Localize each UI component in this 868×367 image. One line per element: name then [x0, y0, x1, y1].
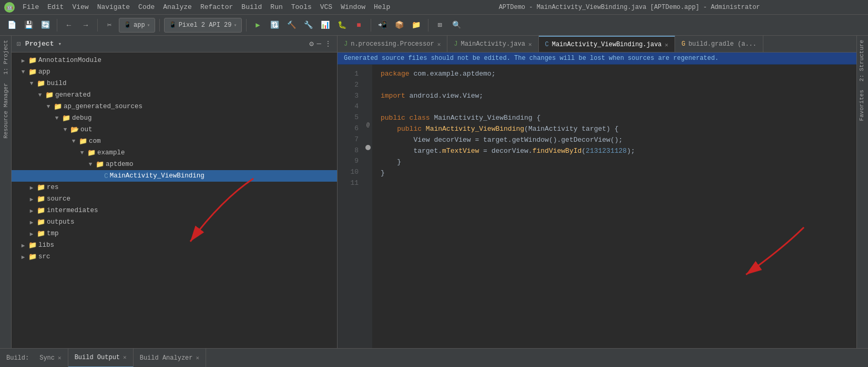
tree-item-libs[interactable]: ▶ 📁 libs [12, 239, 337, 251]
avd-btn[interactable]: 📲 [375, 18, 390, 33]
code-line-7: View decorView = target.getWindow().getD… [381, 135, 848, 146]
tree-item-example[interactable]: ▼ 📁 example [12, 147, 337, 159]
android-logo-icon: 🤖 [4, 2, 15, 13]
tree-item-source[interactable]: ▶ 📁 source [12, 193, 337, 205]
undo-btn[interactable]: ← [62, 18, 76, 33]
window-title: APTDemo - MainActivity_ViewBinding.java … [395, 4, 864, 11]
menu-item-vcs[interactable]: VCS [316, 2, 336, 12]
menu-item-navigate[interactable]: Navigate [94, 2, 134, 12]
tree-item-mainactivity-vb[interactable]: ▶ C MainActivity_ViewBinding [12, 170, 337, 182]
editor-tab-processor[interactable]: J n.processing.Processor ✕ [338, 36, 447, 53]
tree-item-intermediates[interactable]: ▶ 📁 intermediates [12, 205, 337, 216]
tree-item-out[interactable]: ▼ 📂 out [12, 124, 337, 135]
tree-arrow-source: ▶ [28, 196, 35, 203]
menu-item-tools[interactable]: Tools [288, 2, 315, 12]
tab-close-mainactivity[interactable]: ✕ [528, 41, 532, 48]
tab-close-processor[interactable]: ✕ [437, 41, 441, 48]
bottom-close-sync[interactable]: ✕ [58, 354, 62, 361]
line-num-1: 1 [338, 69, 359, 80]
build-btn[interactable]: 🔨 [284, 18, 299, 33]
cut-btn[interactable]: ✂ [102, 18, 117, 33]
coverage-btn[interactable]: 🐛 [335, 18, 350, 33]
tree-item-com[interactable]: ▼ 📁 com [12, 135, 337, 147]
save-btn[interactable]: 💾 [21, 18, 36, 33]
tree-label-generated: generated [55, 91, 91, 99]
menu-item-analyze[interactable]: Analyze [159, 2, 196, 12]
tree-item-app[interactable]: ▼ 📁 app [12, 66, 337, 78]
tab-label-mainactivity: MainActivity.java [461, 40, 525, 48]
tree-label-outputs: outputs [47, 218, 75, 226]
device-dropdown[interactable]: 📱 Pixel 2 API 29 ▾ [164, 18, 242, 33]
layout-btn[interactable]: ⊞ [433, 18, 447, 33]
redo-btn[interactable]: → [78, 18, 93, 33]
tree-item-aptdemo[interactable]: ▼ 📁 aptdemo [12, 159, 337, 170]
tools2-btn[interactable]: 🔧 [301, 18, 316, 33]
tree-item-src[interactable]: ▶ 📁 src [12, 251, 337, 263]
bottom-bar: Build: Sync ✕ Build Output ✕ Build Analy… [0, 348, 868, 367]
menu-item-view[interactable]: View [68, 2, 92, 12]
line-num-3: 3 [338, 91, 359, 102]
menu-item-build[interactable]: Build [238, 2, 265, 12]
project-panel-arrow[interactable]: ▾ [58, 40, 62, 47]
side-tab-resource[interactable]: Resource Manager [1, 79, 11, 143]
tree-item-outputs[interactable]: ▶ 📁 outputs [12, 216, 337, 228]
menu-item-window[interactable]: Window [337, 2, 369, 12]
editor-area: J n.processing.Processor ✕ J MainActivit… [338, 36, 856, 348]
bottom-tab-build-output[interactable]: Build Output ✕ [68, 349, 134, 368]
editor-tabs-bar: J n.processing.Processor ✕ J MainActivit… [338, 36, 856, 53]
tree-item-res[interactable]: ▶ 📁 res [12, 182, 337, 193]
tree-item-build[interactable]: ▼ 📁 build [12, 78, 337, 89]
tree-item-ap-generated[interactable]: ▼ 📁 ap_generated_sources [12, 101, 337, 112]
sync2-btn[interactable]: 🔃 [268, 18, 282, 33]
tree-folder-icon-tmp: 📁 [37, 229, 45, 238]
run-btn[interactable]: ▶ [251, 18, 265, 33]
code-gutter: @ [364, 65, 372, 348]
tree-item-annotation-module[interactable]: ▶ 📁 AnnotationModule [12, 55, 337, 66]
new-file-btn[interactable]: 📄 [4, 18, 19, 33]
bottom-close-build-output[interactable]: ✕ [123, 354, 127, 361]
app-module-icon: 📱 [124, 21, 131, 29]
tree-folder-icon-res: 📁 [37, 183, 45, 192]
code-line-9: } [381, 157, 848, 168]
tree-item-tmp[interactable]: ▶ 📁 tmp [12, 228, 337, 239]
bottom-tab-sync[interactable]: Sync ✕ [33, 349, 68, 368]
menu-item-help[interactable]: Help [370, 2, 394, 12]
sdk-btn[interactable]: 📦 [392, 18, 407, 33]
bottom-close-build-analyzer[interactable]: ✕ [196, 354, 200, 361]
device-icon: 📱 [169, 21, 177, 29]
tree-arrow-intermediates: ▶ [28, 207, 35, 214]
tree-item-generated[interactable]: ▼ 📁 generated [12, 89, 337, 101]
code-line-11 [381, 179, 848, 190]
code-content[interactable]: package com.example.aptdemo; import andr… [372, 65, 856, 348]
menu-item-file[interactable]: File [19, 2, 43, 12]
menu-item-run[interactable]: Run [267, 2, 286, 12]
menu-item-code[interactable]: Code [135, 2, 158, 12]
device-file-btn[interactable]: 📁 [409, 18, 424, 33]
tab-close-vb[interactable]: ✕ [665, 41, 669, 48]
panel-gear-icon[interactable]: ⋮ [324, 39, 332, 48]
bottom-tab-build-analyzer[interactable]: Build Analyzer ✕ [134, 349, 206, 368]
sync-btn[interactable]: 🔄 [38, 18, 53, 33]
toolbar-sep-3 [159, 19, 160, 32]
tree-item-debug[interactable]: ▼ 📁 debug [12, 112, 337, 124]
app-module-dropdown[interactable]: 📱 app ▾ [119, 18, 155, 33]
build-prefix-label: Build: [6, 354, 33, 362]
editor-tab-gradle[interactable]: G build.gradle (a... [675, 36, 763, 53]
menu-item-refactor[interactable]: Refactor [197, 2, 237, 12]
tree-label-source: source [47, 195, 70, 203]
side-tab-structure[interactable]: 2: Structure [857, 36, 868, 86]
tab-icon-mainactivity: J [454, 40, 457, 48]
profile-btn[interactable]: 📊 [318, 18, 333, 33]
search-btn[interactable]: 🔍 [450, 18, 464, 33]
side-tab-favorites[interactable]: Favorites [857, 86, 868, 125]
panel-settings-icon[interactable]: ⚙ [309, 39, 313, 48]
stop-btn[interactable]: ■ [352, 18, 366, 33]
line-num-8: 8 [338, 145, 359, 156]
tree-arrow-mainactivity-vb: ▶ [95, 173, 103, 180]
side-tab-project[interactable]: 1: Project [1, 36, 11, 79]
editor-tab-vb[interactable]: C MainActivity_ViewBinding.java ✕ [539, 36, 676, 53]
menu-item-edit[interactable]: Edit [44, 2, 67, 12]
editor-tab-mainactivity[interactable]: J MainActivity.java ✕ [447, 36, 538, 53]
tree-folder-icon-generated: 📁 [45, 91, 54, 99]
panel-minus-icon[interactable]: — [317, 39, 321, 48]
